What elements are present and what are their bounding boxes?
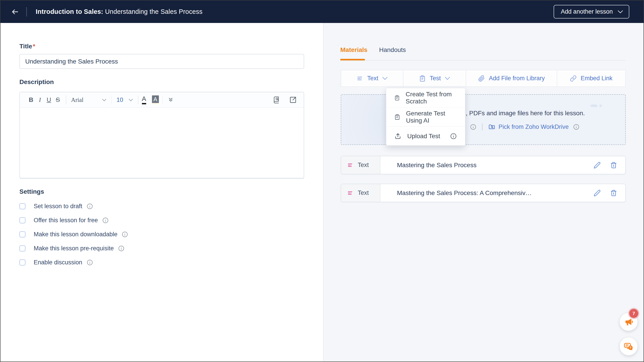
font-family-select[interactable]: Arial [70, 97, 108, 103]
italic-button[interactable]: I [36, 95, 44, 105]
lesson-breadcrumb-title: Introduction to Sales: Understanding the… [36, 8, 202, 15]
chevron-down-icon [102, 99, 106, 101]
material-type-label: Text [358, 162, 369, 169]
info-icon[interactable] [122, 231, 128, 237]
upload-icon [394, 133, 402, 140]
description-text-area[interactable] [20, 108, 304, 178]
menu-item-label: Create Test from Scratch [406, 91, 459, 105]
material-row[interactable]: Text Mastering the Sales Process [341, 156, 626, 174]
tab-materials[interactable]: Materials [340, 46, 367, 53]
toolbar-separator [66, 95, 66, 104]
clipboard-icon [394, 113, 400, 121]
trash-icon [610, 189, 617, 197]
info-icon[interactable] [470, 124, 476, 130]
top-navbar: Introduction to Sales: Understanding the… [0, 0, 644, 23]
info-icon[interactable] [87, 259, 93, 265]
font-size-value: 10 [116, 97, 123, 103]
navbar-divider [26, 7, 27, 16]
add-another-lesson-button[interactable]: Add another lesson [554, 5, 629, 18]
material-actions [594, 189, 625, 197]
material-row[interactable]: Text Mastering the Sales Process: A Comp… [341, 184, 626, 202]
menu-item-label: Generate Test Using AI [406, 110, 459, 124]
dropzone-decoration [599, 105, 602, 107]
file-dropzone[interactable]: , PDFs and image files here for this les… [341, 94, 626, 145]
app-window: Introduction to Sales: Understanding the… [0, 0, 644, 362]
chat-question-icon: ? [624, 341, 634, 352]
enable-discussion-checkbox[interactable] [20, 259, 26, 265]
make-lesson-prerequisite-checkbox[interactable] [20, 245, 26, 251]
materials-toolbar: Text Test Add File from Library Embed Li… [341, 70, 626, 87]
link-icon [570, 75, 576, 82]
description-label: Description [20, 78, 54, 86]
offer-lesson-free-checkbox[interactable] [20, 217, 26, 223]
delete-button[interactable] [610, 189, 617, 197]
setting-row-draft: Set lesson to draft [20, 202, 93, 211]
expand-icon [289, 96, 297, 104]
info-icon[interactable] [102, 217, 108, 223]
pick-from-workdrive-link[interactable]: Pick from Zoho WorkDrive [498, 124, 569, 130]
tab-handouts[interactable]: Handouts [379, 46, 406, 53]
chevron-down-icon [445, 77, 450, 80]
add-text-button[interactable]: Text [341, 70, 404, 86]
chevron-down-icon [128, 99, 133, 101]
dropzone-links-row: Pick from Zoho WorkDrive [470, 123, 579, 130]
delete-button[interactable] [610, 162, 617, 169]
toolbar-separator [162, 95, 163, 104]
text-lines-icon [347, 162, 354, 168]
setting-row-downloadable: Make this lesson downloadable [20, 230, 128, 239]
material-type-badge: Text [341, 184, 380, 202]
checkbox-label: Make this lesson downloadable [34, 231, 117, 238]
description-editor: B I U S Arial 10 A A [20, 92, 304, 178]
lesson-title-input[interactable] [20, 54, 304, 69]
material-type-label: Text [358, 189, 369, 196]
info-icon[interactable] [118, 245, 124, 251]
pencil-icon [594, 189, 601, 197]
highlight-color-button[interactable]: A [152, 95, 159, 104]
insert-from-library-button[interactable] [272, 96, 280, 104]
back-button[interactable] [10, 7, 20, 17]
pencil-icon [594, 162, 601, 169]
checkbox-label: Enable discussion [34, 259, 82, 266]
paperclip-icon [478, 75, 485, 82]
info-icon[interactable] [450, 133, 456, 139]
underline-button[interactable]: U [44, 95, 53, 105]
font-color-button[interactable]: A [142, 96, 146, 104]
chevron-down-icon [382, 77, 388, 80]
menu-item-create-test[interactable]: Create Test from Scratch [386, 88, 465, 107]
set-lesson-to-draft-checkbox[interactable] [20, 203, 26, 209]
title-label: Title* [20, 43, 35, 50]
lesson-name: Understanding the Sales Process [103, 8, 202, 15]
back-arrow-icon [10, 8, 20, 15]
edit-button[interactable] [594, 162, 601, 169]
embed-link-button[interactable]: Embed Link [557, 70, 625, 86]
active-tab-underline [340, 59, 365, 60]
add-test-button[interactable]: Test [404, 70, 466, 86]
dropzone-hint-text: , PDFs and image files here for this les… [466, 110, 585, 117]
double-chevron-down-icon [168, 97, 174, 103]
checkbox-label: Set lesson to draft [34, 203, 82, 210]
library-search-icon [272, 96, 280, 104]
clipboard-icon [419, 75, 426, 82]
font-family-value: Arial [71, 97, 84, 103]
notification-badge: 7 [629, 309, 638, 318]
make-lesson-downloadable-checkbox[interactable] [20, 231, 26, 237]
material-title: Mastering the Sales Process [380, 162, 594, 169]
more-formatting-button[interactable] [166, 95, 175, 105]
menu-item-generate-test-ai[interactable]: Generate Test Using AI [386, 107, 465, 127]
bold-button[interactable]: B [26, 95, 36, 105]
megaphone-icon [624, 317, 634, 327]
add-file-from-library-button[interactable]: Add File from Library [466, 70, 557, 86]
setting-row-prerequisite: Make this lesson pre-requisite [20, 244, 124, 253]
expand-editor-button[interactable] [289, 96, 297, 104]
dropzone-separator [482, 123, 482, 130]
help-chat-button[interactable]: ? [620, 338, 638, 355]
dropzone-decoration [591, 105, 597, 107]
strikethrough-button[interactable]: S [53, 95, 62, 105]
font-size-select[interactable]: 10 [115, 97, 134, 103]
menu-item-upload-test[interactable]: Upload Test [386, 127, 465, 146]
info-icon[interactable] [87, 203, 93, 209]
setting-row-discussion: Enable discussion [20, 258, 93, 267]
test-dropdown-menu: Create Test from Scratch Generate Test U… [386, 88, 465, 146]
edit-button[interactable] [594, 189, 601, 197]
info-icon[interactable] [573, 124, 579, 130]
